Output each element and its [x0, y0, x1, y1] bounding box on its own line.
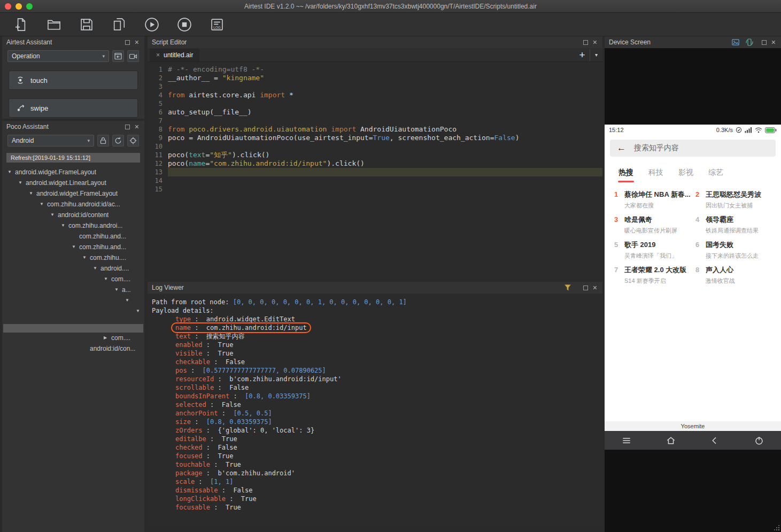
device-tab[interactable]: 综艺 [708, 168, 723, 178]
tree-node[interactable]: ▼com.... [2, 274, 144, 284]
operation-mode-select[interactable]: Operation ▾ [7, 50, 109, 62]
hot-search-item[interactable]: 4领导霸座铁路局通报调查结果 [695, 215, 771, 240]
back-arrow-icon[interactable]: ← [617, 143, 626, 153]
log-lines[interactable]: Path from root node: [0, 0, 0, 0, 0, 0, … [148, 294, 602, 527]
resize-grip[interactable] [774, 525, 779, 530]
chevron-down-icon[interactable]: ▼ [72, 242, 79, 252]
code-line[interactable]: poco(name="com.z​hihu.android:id/input")… [168, 159, 602, 168]
device-mirror[interactable]: 15:12 0.3K/s ← 搜索知乎内容 热搜科技影视综艺 [605, 48, 781, 532]
tree-node[interactable]: ▼android.widget.LinearLayout [2, 178, 144, 188]
chevron-down-icon[interactable]: ▼ [82, 252, 90, 263]
tree-node[interactable]: ▼android.widget.FrameLayout [2, 167, 144, 178]
poco-platform-select[interactable]: Android ▾ [7, 135, 94, 147]
hot-search-item[interactable]: 1蔡徐坤任 NBA 新春...大家都在搜 [614, 190, 690, 215]
close-tab-icon[interactable]: × [156, 51, 160, 59]
tree-node[interactable]: ▼com.zhihu.android:id/ac... [2, 199, 144, 210]
close-panel-icon[interactable]: × [592, 38, 598, 46]
code-line[interactable]: poco = AndroidUiautomationPoco(use_airte… [168, 134, 602, 142]
close-panel-icon[interactable]: × [592, 284, 598, 291]
device-tab[interactable]: 影视 [678, 168, 693, 178]
chevron-down-icon[interactable]: ▼ [104, 274, 111, 284]
float-panel-icon[interactable] [762, 40, 767, 45]
touch-action-button[interactable]: touch [9, 71, 138, 90]
phone-screen[interactable]: 15:12 0.3K/s ← 搜索知乎内容 热搜科技影视综艺 [605, 125, 781, 421]
tree-node[interactable]: ▶com.... [2, 333, 144, 343]
device-tab[interactable]: 热搜 [618, 168, 633, 178]
tree-node[interactable]: android:id/con... [2, 343, 144, 354]
hot-search-item[interactable]: 3啥是佩奇暖心电影宣传片刷屏 [614, 215, 690, 240]
close-panel-icon[interactable]: × [134, 123, 140, 130]
tree-node[interactable]: ▼com.zhihu.and... [2, 242, 144, 252]
log-button[interactable]: LOG [208, 16, 226, 33]
float-panel-icon[interactable] [125, 40, 130, 45]
code-line[interactable] [168, 117, 602, 125]
tree-node[interactable]: ▼ [2, 295, 144, 306]
code-line[interactable] [168, 82, 602, 91]
lock-button[interactable] [97, 135, 109, 147]
chevron-down-icon[interactable]: ▼ [125, 295, 133, 306]
tree-node[interactable]: ▼android:id/content [2, 210, 144, 220]
close-panel-icon[interactable]: × [134, 38, 140, 46]
hot-search-item[interactable]: 2王思聪怒怼吴秀波因出轨门女主被捕 [695, 190, 771, 215]
hot-search-item[interactable]: 5歌手 2019吴青峰演绎「我们」 [614, 240, 690, 265]
tree-node[interactable]: ▼ [2, 306, 144, 317]
chevron-down-icon[interactable]: ▼ [29, 188, 36, 199]
device-power-button[interactable] [747, 433, 771, 449]
tree-node[interactable]: com.zhihu.and... [2, 231, 144, 242]
chevron-down-icon[interactable]: ▼ [50, 210, 58, 220]
swipe-action-button[interactable]: swipe [9, 98, 138, 118]
chevron-down-icon[interactable]: ▼ [136, 306, 143, 317]
tab-list-dropdown[interactable]: ▾ [590, 49, 602, 61]
tab-untitled-air[interactable]: × untitled.air [150, 49, 199, 61]
hot-search-item[interactable]: 8声入人心激情收官战 [695, 265, 771, 290]
device-menu-button[interactable] [615, 433, 638, 449]
log-filter-button[interactable] [562, 283, 573, 292]
insert-node-button[interactable] [112, 50, 124, 62]
poco-tree[interactable]: ▼android.widget.FrameLayout▼android.widg… [2, 167, 144, 354]
new-tab-button[interactable]: + [575, 49, 590, 61]
tree-node[interactable]: ▼com.zhihu.androi... [2, 220, 144, 231]
save-as-button[interactable] [111, 16, 128, 33]
new-script-button[interactable] [13, 16, 30, 33]
inspect-button[interactable] [127, 135, 139, 147]
chevron-down-icon[interactable]: ▼ [93, 263, 100, 274]
rotate-screen-button[interactable] [744, 37, 755, 47]
tree-node[interactable]: ▼com.zhihu.... [2, 252, 144, 263]
tree-node[interactable]: ▼a... [2, 284, 144, 295]
hot-search-item[interactable]: 7王者荣耀 2.0 大改版S14 新赛季开启 [614, 265, 690, 290]
chevron-down-icon[interactable]: ▼ [40, 199, 47, 210]
save-script-button[interactable] [78, 16, 95, 33]
chevron-down-icon[interactable]: ▼ [114, 284, 122, 295]
code-line[interactable]: from poco.drivers.android.uiautomation i… [168, 125, 602, 134]
device-home-button[interactable] [659, 433, 683, 449]
code-line[interactable] [168, 99, 602, 108]
device-back-button[interactable] [703, 433, 726, 449]
hot-search-item[interactable]: 6国考失败接下来的路该怎么走 [695, 240, 771, 265]
open-script-button[interactable] [45, 16, 63, 33]
tree-node[interactable]: ▼android.... [2, 263, 144, 274]
screenshot-button[interactable] [730, 37, 741, 47]
record-button[interactable] [127, 50, 139, 62]
code-editor[interactable]: 123456789101112131415 # -*- encoding=utf… [148, 62, 602, 280]
refresh-tree-button[interactable] [112, 135, 124, 147]
code-line[interactable]: poco(text="知乎").click() [168, 151, 602, 159]
float-panel-icon[interactable] [125, 125, 130, 129]
code-line[interactable] [168, 185, 602, 194]
chevron-right-icon[interactable]: ▶ [104, 333, 111, 343]
code-line[interactable] [168, 176, 602, 185]
device-tab[interactable]: 科技 [648, 168, 663, 178]
code-line[interactable] [168, 168, 602, 176]
stop-script-button[interactable] [176, 16, 193, 33]
tree-node[interactable] [3, 324, 143, 333]
float-panel-icon[interactable] [583, 286, 588, 290]
chevron-down-icon[interactable]: ▼ [7, 167, 15, 178]
fullscreen-window-button[interactable] [26, 3, 33, 10]
chevron-down-icon[interactable]: ▼ [61, 220, 68, 231]
code-line[interactable]: # -*- encoding=utf8 -*- [168, 65, 602, 74]
code-line[interactable]: auto_setup(__file__) [168, 108, 602, 117]
code-line[interactable]: from airtest.core.api import * [168, 91, 602, 99]
code-line[interactable] [168, 142, 602, 151]
run-script-button[interactable] [143, 16, 160, 33]
search-input[interactable]: ← 搜索知乎内容 [610, 140, 776, 157]
chevron-down-icon[interactable]: ▼ [18, 178, 26, 188]
